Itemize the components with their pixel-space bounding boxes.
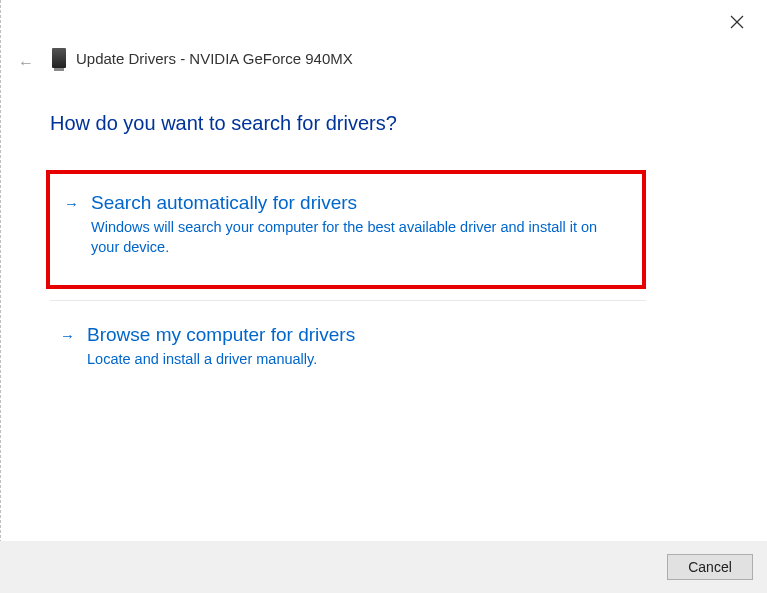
option-search-automatically[interactable]: → Search automatically for drivers Windo…: [46, 170, 646, 289]
back-arrow-icon: ←: [18, 54, 34, 72]
device-icon: [52, 48, 66, 68]
option-browse-computer[interactable]: → Browse my computer for drivers Locate …: [46, 318, 646, 378]
option-title: Browse my computer for drivers: [87, 324, 632, 346]
divider: [50, 300, 646, 301]
option-description: Windows will search your computer for th…: [91, 218, 628, 257]
option-title: Search automatically for drivers: [91, 192, 628, 214]
dialog-header: Update Drivers - NVIDIA GeForce 940MX: [52, 48, 353, 68]
dialog-footer: Cancel: [0, 541, 767, 593]
question-heading: How do you want to search for drivers?: [50, 112, 397, 135]
arrow-right-icon: →: [60, 327, 75, 344]
option-description: Locate and install a driver manually.: [87, 350, 632, 370]
dialog-title: Update Drivers - NVIDIA GeForce 940MX: [76, 50, 353, 67]
close-button[interactable]: [727, 12, 747, 32]
window-left-edge: [0, 0, 2, 593]
close-icon: [730, 15, 744, 29]
arrow-right-icon: →: [64, 195, 79, 212]
cancel-button[interactable]: Cancel: [667, 554, 753, 580]
